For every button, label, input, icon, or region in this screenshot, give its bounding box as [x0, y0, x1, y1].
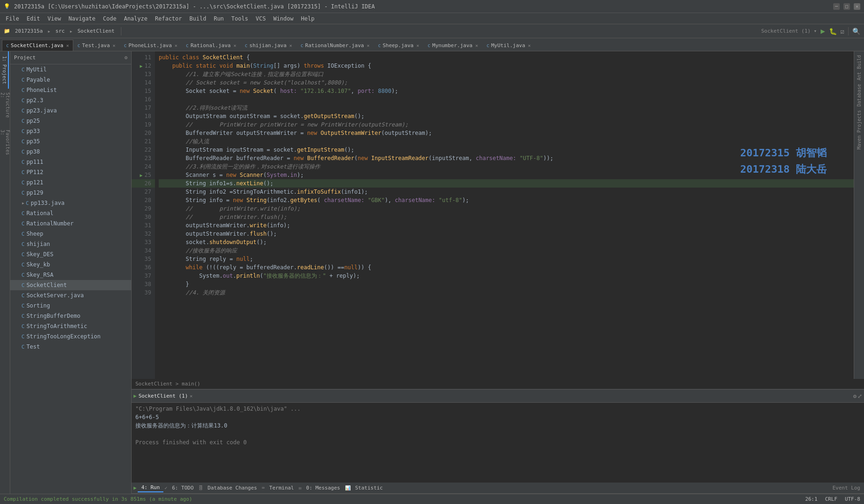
tab-close-shijian[interactable]: ✕	[289, 43, 292, 48]
event-log-link[interactable]: Event Log	[830, 485, 862, 491]
status-position[interactable]: 26:1	[805, 496, 818, 502]
sidebar-item-rational[interactable]: C Rational	[10, 208, 131, 218]
sidebar-item-test[interactable]: C Test	[10, 342, 131, 352]
code-line-27: String info2 =StringToArithmetic.infixTo…	[159, 188, 860, 196]
code-lines[interactable]: public class SocketClient { public stati…	[155, 51, 864, 379]
c-icon-pp133: C	[26, 200, 29, 206]
menu-help[interactable]: Help	[297, 14, 318, 23]
c-icon-skey-des: C	[21, 252, 25, 258]
close-btn[interactable]: ✕	[854, 3, 860, 10]
menu-file[interactable]: File	[2, 14, 23, 23]
menu-code[interactable]: Code	[99, 14, 120, 23]
sidebar-item-socketserver[interactable]: C SocketServer.java	[10, 290, 131, 301]
sidebar-item-pp25[interactable]: C pp25	[10, 116, 131, 126]
sidebar-item-skey-rsa[interactable]: C Skey_RSA	[10, 270, 131, 280]
tab-close-sheep[interactable]: ✕	[416, 43, 419, 48]
sidebar-item-sheep[interactable]: C Sheep	[10, 229, 131, 239]
tab-myutil[interactable]: c MyUtil.java ✕	[482, 40, 535, 51]
tab-close-test[interactable]: ✕	[112, 43, 115, 48]
menu-navigate[interactable]: Navigate	[65, 14, 99, 23]
sidebar-item-stringtoolongexception[interactable]: C StringTooLongException	[10, 331, 131, 342]
status-line-ending[interactable]: CRLF	[825, 496, 837, 502]
tab-phonelist[interactable]: c PhoneList.java ✕	[119, 40, 182, 51]
code-content[interactable]: 11 ▶ 12 13 14 15 16 17 18 19 20 21	[132, 51, 864, 379]
tab-rationalnumber[interactable]: c RationalNumber.java ✕	[296, 40, 374, 51]
c-icon-pp112: C	[21, 169, 25, 175]
toolbar-run-config[interactable]: SocketClient (1) ▾	[761, 28, 817, 34]
menu-run[interactable]: Run	[210, 14, 228, 23]
maximize-btn[interactable]: □	[843, 3, 850, 10]
status-encoding[interactable]: UTF-8	[845, 496, 860, 502]
tab-close-phonelist[interactable]: ✕	[175, 43, 177, 48]
run-tab-close[interactable]: ✕	[190, 393, 193, 399]
sidebar-item-rationalnumber[interactable]: C RationalNumber	[10, 218, 131, 229]
sidebar-item-pp129[interactable]: C pp129	[10, 188, 131, 198]
sidebar-settings-icon[interactable]: ⚙	[124, 55, 127, 61]
search-everywhere-btn[interactable]: 🔍	[852, 28, 860, 35]
left-tab-project[interactable]: 1: Project	[1, 51, 9, 89]
tab-test[interactable]: c Test.java ✕	[73, 40, 120, 51]
sidebar-item-skey-kb[interactable]: C Skey_kb	[10, 259, 131, 270]
tab-close-socketclient[interactable]: ✕	[66, 43, 69, 48]
bottom-tab-statistic[interactable]: Statistic	[351, 484, 387, 492]
bottom-tab-terminal[interactable]: Terminal	[266, 484, 298, 492]
sidebar-item-stringbufferdemo[interactable]: C StringBufferDemo	[10, 311, 131, 321]
menu-window[interactable]: Window	[269, 14, 297, 23]
tab-socketclient[interactable]: c SocketClient.java ✕	[2, 40, 73, 51]
run-btn-12[interactable]: ▶	[140, 63, 143, 69]
sidebar-item-pp121[interactable]: C pp121	[10, 177, 131, 188]
menu-vcs[interactable]: VCS	[252, 14, 270, 23]
run-btn-25[interactable]: ▶	[140, 173, 143, 178]
sidebar-item-pp23[interactable]: C pp23.java	[10, 105, 131, 116]
menu-tools[interactable]: Tools	[228, 14, 252, 23]
toolbar-file[interactable]: SocketClient	[75, 27, 117, 35]
sidebar-item-stringtoarithmetic[interactable]: C StringToArithmetic	[10, 321, 131, 331]
tab-close-rational[interactable]: ✕	[233, 43, 236, 48]
sidebar-item-pp2[interactable]: C pp2.3	[10, 95, 131, 105]
sidebar-item-socketclient[interactable]: C SocketClient	[10, 280, 131, 290]
sidebar-item-shijian[interactable]: C shijian	[10, 239, 131, 249]
run-coverage-button[interactable]: ☑	[841, 28, 844, 35]
right-tab-database[interactable]: Database	[856, 82, 863, 108]
right-tab-maven[interactable]: Maven Projects	[856, 108, 863, 151]
expand-icon-bottom[interactable]: ⤢	[857, 393, 862, 399]
menu-view[interactable]: View	[44, 14, 65, 23]
tab-rational[interactable]: c Rational.java ✕	[182, 40, 240, 51]
sidebar-item-payable[interactable]: C Payable	[10, 75, 131, 85]
sidebar-item-pp133[interactable]: ▸ C pp133.java	[10, 198, 131, 208]
settings-icon-bottom[interactable]: ⚙	[853, 393, 857, 399]
left-tab-favorites[interactable]: 3: Favorites	[0, 126, 11, 163]
bottom-tab-todo[interactable]: 6: TODO	[168, 484, 197, 492]
sidebar-item-pp38[interactable]: C pp38	[10, 147, 131, 157]
sidebar-item-pp111[interactable]: C pp111	[10, 157, 131, 167]
minimize-btn[interactable]: ─	[833, 3, 840, 10]
right-tab-ant[interactable]: Ant Build	[856, 53, 863, 82]
toolbar-project[interactable]: 20172315a	[12, 27, 46, 35]
menu-edit[interactable]: Edit	[23, 14, 44, 23]
menu-refactor[interactable]: Refactor	[151, 14, 186, 23]
run-button[interactable]: ▶	[821, 27, 825, 35]
output-result: 接收服务器的信息为：计算结果13.0	[135, 421, 860, 430]
sidebar-item-pp112[interactable]: C PP112	[10, 167, 131, 177]
sidebar-item-skey-des[interactable]: C Skey_DES	[10, 249, 131, 259]
sidebar-item-sorting[interactable]: C Sorting	[10, 301, 131, 311]
left-tab-structure[interactable]: 2: Structure	[0, 89, 11, 126]
run-tab-label[interactable]: SocketClient (1)	[139, 393, 188, 399]
sidebar-item-myutil[interactable]: C MyUtil	[10, 64, 131, 75]
tab-close-mynumber[interactable]: ✕	[475, 43, 478, 48]
tab-mynumber[interactable]: c Mynumber.java ✕	[423, 40, 482, 51]
sidebar-item-pp35[interactable]: C pp35	[10, 136, 131, 147]
bottom-tab-run[interactable]: 4: Run	[138, 483, 164, 492]
bottom-tab-dbchanges[interactable]: Database Changes	[204, 484, 261, 492]
sidebar-item-pp33[interactable]: C pp33	[10, 126, 131, 136]
bottom-tab-messages[interactable]: 0: Messages	[302, 484, 344, 492]
tab-sheep[interactable]: c Sheep.java ✕	[374, 40, 423, 51]
menu-build[interactable]: Build	[186, 14, 210, 23]
menu-analyze[interactable]: Analyze	[120, 14, 151, 23]
tab-close-myutil[interactable]: ✕	[528, 43, 531, 48]
tab-close-rationalnumber[interactable]: ✕	[367, 43, 370, 48]
toolbar-src[interactable]: src	[53, 27, 68, 35]
debug-button[interactable]: 🐛	[829, 28, 837, 35]
sidebar-item-phonelist[interactable]: C PhoneList	[10, 85, 131, 95]
tab-shijian[interactable]: c shijian.java ✕	[240, 40, 296, 51]
